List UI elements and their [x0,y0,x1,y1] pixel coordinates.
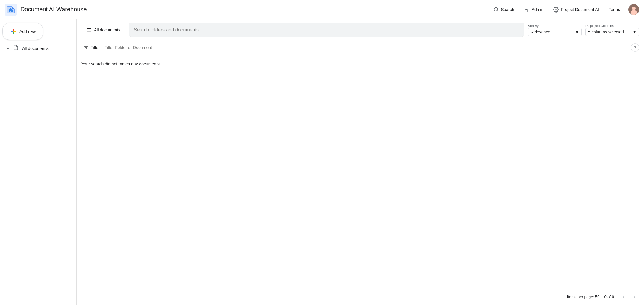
app-title: Document AI Warehouse [20,6,87,13]
document-icon [13,45,19,52]
svg-point-10 [555,9,557,10]
sidebar-item-all-documents[interactable]: ► All documents [2,42,74,54]
sort-by-chevron-icon: ▼ [575,30,579,34]
displayed-columns-group: Displayed Columns 5 columns selected ▼ [585,24,639,36]
app-body: Add new ► All documents All doc [0,19,644,305]
footer: Items per page: 50 0 of 0 ‹ › [77,288,644,305]
content-area: Your search did not match any documents. [77,54,644,288]
prev-page-button[interactable]: ‹ [619,292,628,301]
app-header: Document AI Warehouse Search Admin [0,0,644,19]
terms-nav-button[interactable]: Terms [605,5,624,14]
pagination-count: 0 of 0 [604,295,614,299]
sort-by-value: Relevance [531,30,550,34]
sidebar-item-label: All documents [22,46,49,51]
search-icon [493,7,499,13]
terms-nav-label: Terms [609,7,620,12]
filter-icon [84,45,89,50]
all-documents-button[interactable]: All documents [81,23,125,37]
pagination-info: Items per page: 50 [567,295,600,299]
admin-nav-label: Admin [532,7,544,12]
toolbar: All documents Sort By Relevance ▼ Displa… [77,19,644,41]
items-per-page-label: Items per page: [567,295,594,299]
gear-icon [553,7,559,13]
svg-line-2 [497,10,499,12]
svg-point-13 [631,10,637,15]
chevron-left-icon: ‹ [623,294,625,300]
empty-message: Your search did not match any documents. [81,59,639,69]
filter-input[interactable] [104,45,628,50]
add-new-button[interactable]: Add new [2,23,43,40]
sidebar: Add new ► All documents [0,19,77,305]
add-new-label: Add new [19,29,36,34]
help-icon: ? [634,45,636,50]
filter-button[interactable]: Filter [81,44,102,51]
displayed-columns-label: Displayed Columns [585,24,639,28]
add-new-icon [10,28,17,35]
main-content: All documents Sort By Relevance ▼ Displa… [77,19,644,305]
admin-nav-button[interactable]: Admin [520,4,547,15]
help-button[interactable]: ? [631,43,639,52]
displayed-columns-value: 5 columns selected [588,30,624,34]
header-logo: Document AI Warehouse [5,4,87,16]
search-nav-button[interactable]: Search [490,4,518,15]
svg-point-1 [494,7,498,11]
displayed-columns-chevron-icon: ▼ [632,30,637,34]
next-page-button[interactable]: › [630,292,639,301]
avatar-image [628,4,639,15]
all-documents-label: All documents [94,28,120,32]
project-nav-button[interactable]: Project Document AI [549,4,603,15]
displayed-columns-select[interactable]: 5 columns selected ▼ [585,28,639,36]
svg-point-12 [632,7,636,10]
search-input[interactable] [129,23,524,37]
sort-by-select[interactable]: Relevance ▼ [528,28,582,36]
user-avatar[interactable] [628,4,639,15]
sort-by-label: Sort By [528,24,582,28]
items-per-page-value: 50 [595,295,599,299]
header-nav: Search Admin Project Document AI T [490,4,639,15]
admin-icon [524,7,530,13]
sort-by-group: Sort By Relevance ▼ [528,24,582,36]
search-nav-label: Search [501,7,514,12]
chevron-right-icon: ► [6,46,10,51]
project-nav-label: Project Document AI [561,7,599,12]
chevron-right-icon: › [634,294,635,300]
list-icon [86,27,92,33]
filter-label: Filter [90,45,100,50]
app-logo-icon [5,4,17,16]
pagination-nav: ‹ › [619,292,639,301]
filter-bar: Filter ? [77,41,644,54]
